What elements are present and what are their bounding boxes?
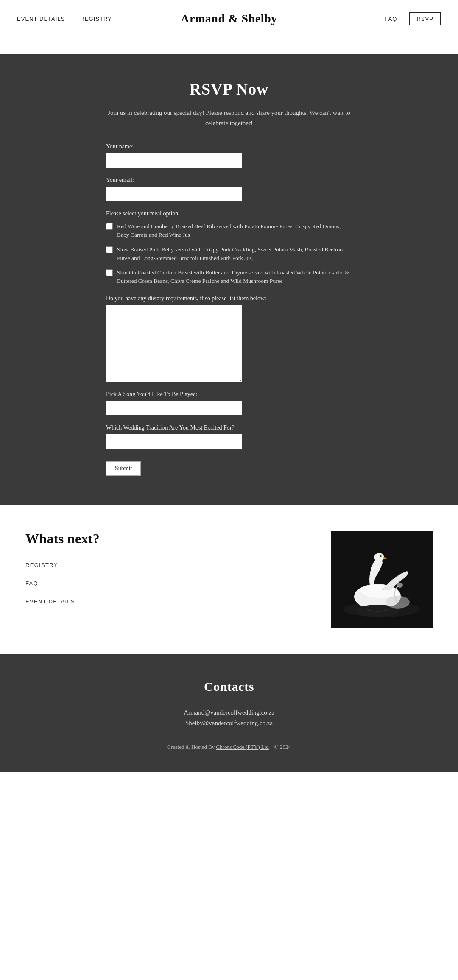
meal-option-text-1: Red Wine and Cranberry Braised Beef Rib …: [117, 222, 352, 240]
email-input[interactable]: [106, 187, 242, 201]
whats-next-section: Whats next? Registry FAQ Event Details: [0, 505, 458, 654]
nav-faq[interactable]: FAQ: [385, 16, 397, 22]
nav-registry[interactable]: Registry: [80, 16, 112, 22]
nav-right: FAQ RSVP: [300, 12, 441, 25]
tradition-group: Which Wedding Tradition Are You Most Exc…: [106, 424, 352, 449]
svg-point-3: [374, 553, 384, 561]
meal-option-2: Slow Braised Pork Belly served with Cris…: [106, 246, 352, 263]
meal-checkbox-2[interactable]: [106, 246, 113, 253]
contact-email-shelby[interactable]: Shelby@vandercolfwedding.co.za: [17, 720, 441, 727]
footer-text: Created & Hosted By ChronoCode (PTY) Ltd…: [17, 744, 441, 751]
meal-group: Please select your meal option: Red Wine…: [106, 210, 352, 286]
rsvp-heading: RSVP Now: [190, 80, 269, 98]
whats-next-right: [331, 531, 433, 628]
tradition-label: Which Wedding Tradition Are You Most Exc…: [106, 424, 352, 431]
meal-checkbox-3[interactable]: [106, 269, 113, 276]
meal-label: Please select your meal option:: [106, 210, 352, 217]
tradition-input[interactable]: [106, 434, 242, 449]
name-input[interactable]: [106, 153, 242, 168]
nav-left: Event Details Registry: [17, 16, 158, 22]
footer-company-link[interactable]: ChronoCode (PTY) Ltd: [216, 744, 269, 750]
dietary-textarea[interactable]: [106, 305, 242, 382]
contacts-section: Contacts Armand@vandercolfwedding.co.za …: [0, 654, 458, 772]
svg-point-7: [397, 583, 403, 588]
svg-point-4: [380, 555, 382, 557]
nav-event-details[interactable]: Event Details: [17, 16, 65, 22]
whats-next-event-details[interactable]: Event Details: [25, 598, 318, 605]
swan-svg: [335, 535, 428, 624]
email-label: Your email:: [106, 177, 352, 184]
meal-checkbox-1[interactable]: [106, 223, 113, 230]
nav-center: Armand & Shelby: [158, 12, 299, 25]
whats-next-faq[interactable]: FAQ: [25, 580, 318, 586]
meal-option-3: Skin On Roasted Chicken Breast with Butt…: [106, 268, 352, 286]
meal-option-text-2: Slow Braised Pork Belly served with Cris…: [117, 246, 352, 263]
rsvp-form: Your name: Your email: Please select you…: [106, 143, 352, 476]
swan-image: [331, 531, 433, 628]
meal-option-text-3: Skin On Roasted Chicken Breast with Butt…: [117, 268, 352, 286]
contacts-heading: Contacts: [17, 679, 441, 694]
name-group: Your name:: [106, 143, 352, 168]
nav-spacer: [0, 37, 458, 54]
site-title[interactable]: Armand & Shelby: [181, 12, 277, 25]
rsvp-section: RSVP Now Join us in celebrating our spec…: [0, 54, 458, 505]
meal-option-1: Red Wine and Cranberry Braised Beef Rib …: [106, 222, 352, 240]
song-label: Pick A Song You'd Like To Be Played:: [106, 391, 352, 398]
footer-created-by: Created & Hosted By: [167, 744, 215, 750]
footer-year: © 2024: [274, 744, 291, 750]
svg-point-6: [386, 596, 410, 609]
nav-rsvp-button[interactable]: RSVP: [409, 12, 441, 25]
submit-button[interactable]: Submit: [106, 461, 141, 476]
contact-email-armand[interactable]: Armand@vandercolfwedding.co.za: [17, 709, 441, 716]
song-input[interactable]: [106, 401, 242, 415]
email-group: Your email:: [106, 177, 352, 201]
dietary-group: Do you have any dietary requirements, if…: [106, 295, 352, 382]
name-label: Your name:: [106, 143, 352, 150]
whats-next-registry[interactable]: Registry: [25, 562, 318, 568]
meal-options: Red Wine and Cranberry Braised Beef Rib …: [106, 222, 352, 286]
whats-next-left: Whats next? Registry FAQ Event Details: [25, 531, 318, 617]
navigation: Event Details Registry Armand & Shelby F…: [0, 0, 458, 37]
song-group: Pick A Song You'd Like To Be Played:: [106, 391, 352, 415]
dietary-label: Do you have any dietary requirements, if…: [106, 295, 352, 302]
whats-next-heading: Whats next?: [25, 531, 318, 547]
rsvp-subtitle: Join us in celebrating our special day! …: [106, 108, 352, 128]
